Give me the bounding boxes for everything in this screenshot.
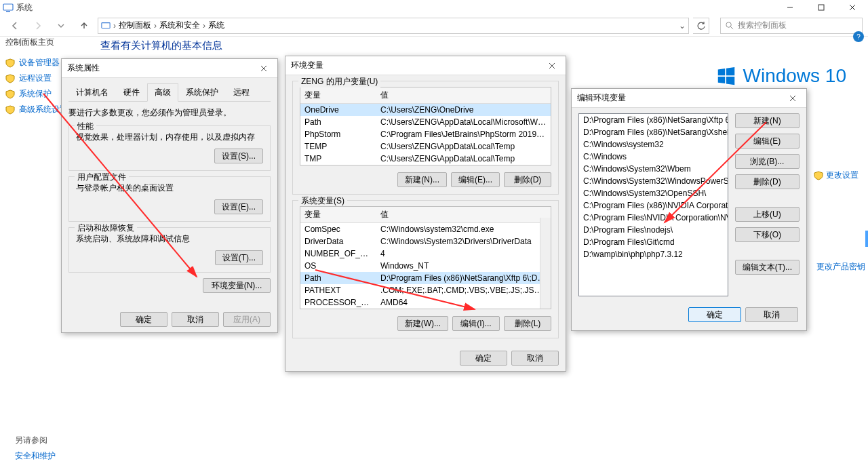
breadcrumb-segment[interactable]: 系统 — [208, 20, 224, 31]
svg-rect-3 — [818, 5, 824, 10]
edit-text-button[interactable]: 编辑文本(T)... — [735, 260, 800, 275]
nav-forward-button[interactable] — [28, 18, 47, 34]
group-user-profiles: 用户配置文件 与登录帐户相关的桌面设置 设置(E)... — [68, 176, 271, 222]
tab-computer-name[interactable]: 计算机名 — [68, 83, 116, 102]
maximize-button[interactable] — [806, 0, 837, 15]
user-new-button[interactable]: 新建(N)... — [397, 172, 447, 187]
list-item[interactable]: D:\Program Files\nodejs\ — [579, 224, 728, 236]
system-icon — [101, 21, 111, 31]
breadcrumb-bar[interactable]: › 控制面板 › 系统和安全 › 系统 ⌄ — [98, 18, 689, 34]
dialog-titlebar[interactable]: 编辑环境变量 — [572, 89, 806, 108]
cancel-button[interactable]: 取消 — [511, 351, 559, 366]
profile-settings-button[interactable]: 设置(E)... — [214, 199, 263, 214]
cancel-button[interactable]: 取消 — [172, 312, 219, 327]
table-row: PATHEXT.COM;.EXE;.BAT;.CMD;.VBS;.VBE;.JS… — [300, 284, 551, 296]
svg-point-7 — [726, 22, 731, 27]
cancel-button[interactable]: 取消 — [745, 307, 798, 322]
breadcrumb-segment[interactable]: 控制面板 — [119, 20, 151, 31]
dialog-titlebar[interactable]: 环境变量 — [285, 56, 566, 75]
see-also: 另请参阅 安全和维护 — [15, 435, 56, 462]
tab-hardware[interactable]: 硬件 — [116, 83, 147, 102]
tab-advanced[interactable]: 高级 — [147, 83, 178, 102]
table-row: NUMBER_OF_PROCESSORS4 — [300, 248, 551, 260]
svg-rect-0 — [3, 4, 13, 10]
tab-protection[interactable]: 系统保护 — [178, 83, 226, 102]
list-item[interactable]: D:\Program Files (x86)\NetSarang\Xshell … — [579, 126, 728, 138]
scrollbar[interactable] — [540, 218, 551, 309]
list-item[interactable]: C:\Program Files (x86)\NVIDIA Corporatio… — [579, 199, 728, 212]
right-actions: 更改设置 更改产品密钥 — [814, 170, 863, 277]
startup-settings-button[interactable]: 设置(T)... — [215, 250, 263, 265]
control-panel-home[interactable]: 控制面板主页 — [5, 37, 94, 48]
search-box[interactable]: 搜索控制面板 — [720, 18, 863, 34]
help-button[interactable]: ? — [853, 31, 864, 42]
sys-edit-button[interactable]: 编辑(I)... — [452, 316, 500, 331]
user-vars-table[interactable]: 变量值 OneDriveC:\Users\ZENG\OneDrive PathC… — [300, 87, 551, 165]
minimize-button[interactable] — [774, 0, 806, 15]
user-edit-button[interactable]: 编辑(E)... — [451, 172, 500, 187]
new-button[interactable]: 新建(N) — [735, 113, 800, 128]
svg-rect-6 — [102, 22, 110, 28]
move-down-button[interactable]: 下移(O) — [735, 227, 800, 242]
table-row: OneDriveC:\Users\ZENG\OneDrive — [300, 104, 551, 116]
change-product-key-link[interactable]: 更改产品密钥 — [814, 261, 863, 273]
path-list[interactable]: D:\Program Files (x86)\NetSarang\Xftp 6\… — [578, 113, 728, 296]
browse-button[interactable]: 浏览(B)... — [735, 154, 800, 169]
ok-button[interactable]: 确定 — [688, 307, 741, 322]
windows10-logo: Windows 10 — [717, 65, 846, 87]
edit-button[interactable]: 编辑(E) — [735, 134, 800, 149]
dialog-close-button[interactable] — [253, 62, 275, 75]
close-button[interactable] — [837, 0, 868, 15]
chevron-down-icon[interactable]: ⌄ — [679, 21, 686, 31]
sys-vars-table[interactable]: 变量值 ComSpecC:\Windows\system32\cmd.exe D… — [300, 206, 551, 309]
list-item[interactable]: C:\Program Files\NVIDIA Corporation\NVID… — [579, 212, 728, 224]
group-performance: 性能 视觉效果，处理器计划，内存使用，以及虚拟内存 设置(S)... — [68, 125, 271, 171]
apply-button[interactable]: 应用(A) — [223, 312, 271, 327]
admin-notice: 要进行大多数更改，您必须作为管理员登录。 — [68, 107, 271, 119]
list-item[interactable]: C:\Windows\system32 — [579, 138, 728, 151]
window-title: 系统 — [16, 2, 33, 14]
user-delete-button[interactable]: 删除(D) — [504, 172, 551, 187]
breadcrumb-segment[interactable]: 系统和安全 — [159, 20, 200, 31]
dialog-close-button[interactable] — [541, 59, 563, 73]
refresh-button[interactable] — [693, 18, 709, 34]
list-item[interactable]: C:\Windows\System32\OpenSSH\ — [579, 187, 728, 199]
search-icon — [725, 21, 734, 30]
sys-delete-button[interactable]: 删除(L) — [504, 316, 551, 331]
address-row: › 控制面板 › 系统和安全 › 系统 ⌄ 搜索控制面板 — [0, 15, 868, 37]
sys-new-button[interactable]: 新建(W)... — [397, 316, 448, 331]
table-row: PathC:\Users\ZENG\AppData\Local\Microsof… — [300, 116, 551, 128]
system-icon — [3, 2, 14, 13]
table-row: TEMPC:\Users\ZENG\AppData\Local\Temp — [300, 140, 551, 153]
list-item[interactable]: D:\Program Files\Git\cmd — [579, 236, 728, 248]
ok-button[interactable]: 确定 — [460, 351, 507, 366]
table-row: ComSpecC:\Windows\system32\cmd.exe — [300, 223, 551, 235]
list-item[interactable]: C:\Windows\System32\WindowsPowerShell\v1… — [579, 175, 728, 187]
ok-button[interactable]: 确定 — [120, 312, 167, 327]
list-item[interactable]: D:\wamp\bin\php\php7.3.12 — [579, 248, 728, 260]
group-startup-recovery: 启动和故障恢复 系统启动、系统故障和调试信息 设置(T)... — [68, 227, 271, 273]
table-row: OSWindows_NT — [300, 260, 551, 272]
group-user-vars: ZENG 的用户变量(U) 变量值 OneDriveC:\Users\ZENG\… — [292, 81, 559, 195]
see-also-link[interactable]: 安全和维护 — [15, 450, 56, 462]
dialog-environment-variables: 环境变量 ZENG 的用户变量(U) 变量值 OneDriveC:\Users\… — [285, 56, 566, 372]
dialog-close-button[interactable] — [782, 92, 804, 105]
table-row: PROCESSOR_ARCHITECT...AMD64 — [300, 296, 551, 309]
move-up-button[interactable]: 上移(U) — [735, 207, 800, 222]
list-item[interactable]: C:\Windows — [579, 151, 728, 163]
nav-up-button[interactable] — [75, 18, 94, 34]
page-title: 查看有关计算机的基本信息 — [100, 39, 222, 52]
table-row: DriverDataC:\Windows\System32\Drivers\Dr… — [300, 235, 551, 248]
delete-button[interactable]: 删除(D) — [735, 174, 800, 189]
list-item[interactable]: D:\Program Files (x86)\NetSarang\Xftp 6\ — [579, 114, 728, 126]
env-vars-button[interactable]: 环境变量(N)... — [203, 278, 271, 293]
table-row: PhpStormC:\Program Files\JetBrains\PhpSt… — [300, 128, 551, 140]
dialog-titlebar[interactable]: 系统属性 — [62, 59, 277, 78]
nav-recent-button[interactable] — [52, 18, 71, 34]
nav-back-button[interactable] — [5, 18, 24, 34]
tab-remote[interactable]: 远程 — [226, 83, 257, 102]
perf-settings-button[interactable]: 设置(S)... — [214, 149, 263, 163]
group-sys-vars: 系统变量(S) 变量值 ComSpecC:\Windows\system32\c… — [292, 200, 559, 338]
change-settings-link[interactable]: 更改设置 — [814, 170, 863, 181]
list-item[interactable]: C:\Windows\System32\Wbem — [579, 163, 728, 175]
